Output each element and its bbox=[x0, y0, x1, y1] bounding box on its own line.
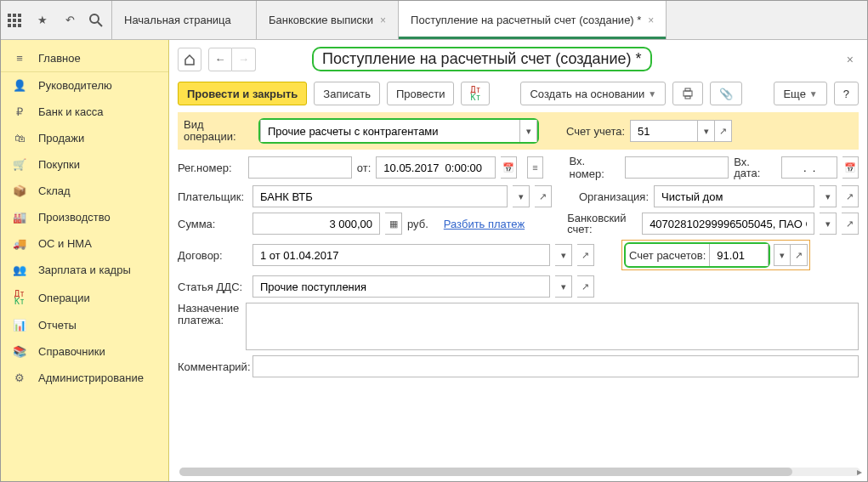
more-button[interactable]: Еще▼ bbox=[774, 82, 826, 105]
tab-receipt[interactable]: Поступление на расчетный счет (создание)… bbox=[399, 1, 667, 39]
dropdown-button[interactable]: ▾ bbox=[820, 185, 837, 207]
purpose-input[interactable] bbox=[246, 303, 859, 350]
dropdown-button[interactable]: ▾ bbox=[555, 275, 572, 298]
close-icon[interactable]: × bbox=[380, 14, 386, 26]
sidebar-item-assets[interactable]: 🚚ОС и НМА bbox=[1, 230, 168, 257]
in-date-input[interactable] bbox=[787, 157, 831, 178]
svg-rect-4 bbox=[13, 19, 16, 22]
comment-input[interactable] bbox=[258, 356, 853, 377]
org-field[interactable] bbox=[654, 185, 814, 207]
sidebar-item-dicts[interactable]: 📚Справочники bbox=[1, 338, 168, 365]
dropdown-button[interactable]: ▾ bbox=[555, 244, 572, 266]
date-field[interactable] bbox=[376, 156, 496, 179]
tab-bank-statements[interactable]: Банковские выписки × bbox=[257, 1, 399, 39]
in-no-field[interactable] bbox=[625, 156, 729, 179]
close-icon[interactable]: × bbox=[847, 53, 854, 66]
account-input[interactable] bbox=[636, 121, 692, 141]
dropdown-button[interactable]: ▾ bbox=[513, 185, 530, 207]
help-button[interactable]: ? bbox=[834, 82, 859, 105]
home-button[interactable] bbox=[178, 48, 201, 71]
in-date-field[interactable] bbox=[781, 156, 837, 179]
org-input[interactable] bbox=[660, 186, 808, 207]
caret-down-icon: ▼ bbox=[809, 89, 818, 99]
calc-button[interactable]: ▦ bbox=[385, 213, 402, 235]
contract-input[interactable] bbox=[258, 245, 544, 265]
row-sum: Сумма: ▦ руб. Разбить платеж Банковский … bbox=[178, 213, 859, 235]
sidebar-item-main[interactable]: ≡Главное bbox=[1, 45, 168, 72]
print-button[interactable] bbox=[672, 82, 703, 105]
close-icon[interactable]: × bbox=[648, 14, 654, 26]
scroll-right-icon[interactable]: ▸ bbox=[857, 466, 862, 478]
history-icon[interactable]: ↶ bbox=[62, 14, 77, 26]
save-button[interactable]: Записать bbox=[314, 82, 380, 105]
dropdown-button[interactable]: ▾ bbox=[820, 213, 837, 235]
open-button[interactable]: ↗ bbox=[715, 120, 732, 142]
sidebar-item-admin[interactable]: ⚙Администрирование bbox=[1, 365, 168, 391]
tab-home[interactable]: Начальная страница bbox=[112, 1, 257, 39]
dk-button[interactable]: ДтКт bbox=[461, 82, 490, 105]
payer-input[interactable] bbox=[258, 186, 502, 207]
dds-field[interactable] bbox=[252, 275, 550, 298]
label-sum: Сумма: bbox=[178, 218, 247, 230]
open-button[interactable]: ↗ bbox=[577, 275, 594, 298]
sidebar-item-sales[interactable]: 🛍Продажи bbox=[1, 125, 168, 151]
bank-acct-field[interactable] bbox=[642, 213, 814, 235]
page-title: Поступление на расчетный счет (создание)… bbox=[312, 47, 652, 71]
comment-field[interactable] bbox=[252, 355, 859, 377]
calendar-button[interactable]: 📅 bbox=[842, 156, 859, 179]
sidebar-item-operations[interactable]: ДтКтОперации bbox=[1, 283, 168, 312]
open-button[interactable]: ↗ bbox=[842, 213, 859, 235]
forward-button[interactable]: → bbox=[232, 48, 256, 71]
contract-field[interactable] bbox=[252, 244, 550, 266]
dds-input[interactable] bbox=[258, 276, 544, 297]
date-input[interactable] bbox=[382, 157, 490, 178]
calendar-button[interactable]: 📅 bbox=[501, 156, 517, 179]
h-scrollbar[interactable]: ▸ bbox=[179, 468, 860, 476]
settle-acct-field[interactable] bbox=[709, 244, 769, 266]
reg-no-field[interactable] bbox=[248, 156, 352, 179]
sidebar-item-bank[interactable]: ₽Банк и касса bbox=[1, 99, 168, 125]
sidebar-item-label: Продажи bbox=[38, 132, 84, 145]
op-type-input[interactable] bbox=[266, 120, 514, 142]
dropdown-button[interactable]: ▾ bbox=[698, 120, 715, 142]
open-button[interactable]: ↗ bbox=[577, 244, 594, 266]
back-button[interactable]: ← bbox=[208, 48, 232, 71]
grid-icon[interactable] bbox=[8, 14, 23, 27]
star-icon[interactable]: ★ bbox=[35, 14, 50, 26]
sidebar-item-payroll[interactable]: 👥Зарплата и кадры bbox=[1, 257, 168, 283]
button-label: Еще bbox=[783, 88, 805, 100]
op-type-field[interactable] bbox=[260, 120, 520, 142]
post-button[interactable]: Провести bbox=[387, 82, 455, 105]
sidebar-item-production[interactable]: 🏭Производство bbox=[1, 204, 168, 230]
sidebar-item-label: Зарплата и кадры bbox=[38, 264, 131, 276]
open-button[interactable]: ↗ bbox=[842, 185, 859, 207]
sidebar-item-reports[interactable]: 📊Отчеты bbox=[1, 312, 168, 338]
svg-rect-5 bbox=[18, 19, 21, 22]
create-based-button[interactable]: Создать на основании▼ bbox=[520, 82, 666, 105]
settle-acct-input[interactable] bbox=[715, 244, 763, 266]
open-button[interactable]: ↗ bbox=[535, 185, 552, 207]
split-link[interactable]: Разбить платеж bbox=[444, 218, 525, 230]
sidebar-item-manager[interactable]: 👤Руководителю bbox=[1, 72, 168, 99]
attach-button[interactable]: 📎 bbox=[710, 82, 742, 105]
sum-field[interactable] bbox=[252, 213, 380, 235]
label-rub: руб. bbox=[407, 218, 428, 230]
payer-field[interactable] bbox=[252, 185, 508, 207]
open-button[interactable]: ↗ bbox=[791, 244, 808, 266]
dropdown-button[interactable]: ▾ bbox=[774, 244, 791, 266]
bank-acct-input[interactable] bbox=[648, 213, 808, 234]
post-and-close-button[interactable]: Провести и закрыть bbox=[178, 82, 307, 105]
sidebar-item-label: Производство bbox=[38, 211, 111, 224]
list-button[interactable]: ≡ bbox=[527, 156, 543, 179]
search-icon[interactable] bbox=[89, 14, 105, 27]
person-icon: 👥 bbox=[11, 264, 28, 276]
chart-icon: 📊 bbox=[11, 319, 28, 332]
in-no-input[interactable] bbox=[631, 157, 723, 178]
sidebar-item-warehouse[interactable]: 📦Склад bbox=[1, 178, 168, 204]
scrollbar-thumb[interactable] bbox=[179, 468, 792, 476]
account-field[interactable] bbox=[630, 120, 698, 142]
sidebar-item-purchases[interactable]: 🛒Покупки bbox=[1, 151, 168, 178]
sum-input[interactable] bbox=[258, 213, 374, 234]
reg-no-input[interactable] bbox=[254, 157, 346, 178]
dropdown-button[interactable]: ▾ bbox=[520, 120, 537, 142]
